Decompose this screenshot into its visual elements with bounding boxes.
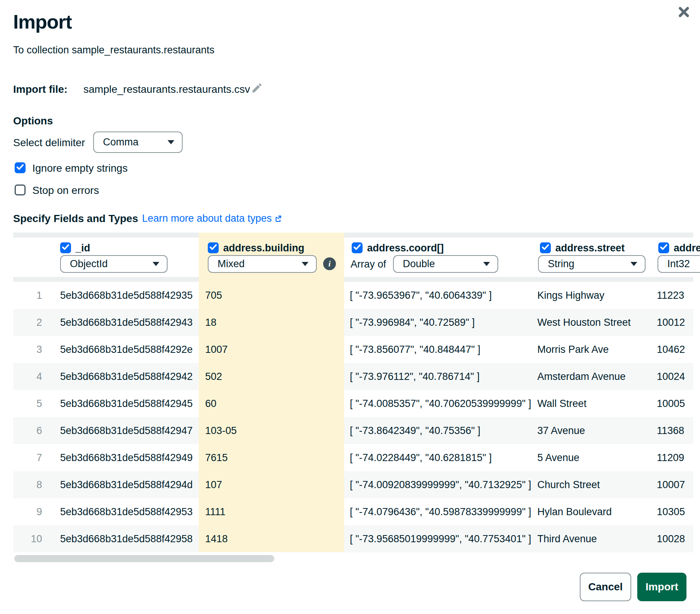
cell-coord: [ "-73.9653967", "40.6064339" ] xyxy=(350,282,492,309)
row-number: 5 xyxy=(12,390,42,417)
table-row: 65eb3d668b31de5d588f42947103-05[ "-73.86… xyxy=(0,417,700,444)
cell-street: Kings Highway xyxy=(537,282,605,309)
collection-subtitle: To collection sample_restaurants.restaur… xyxy=(13,44,215,56)
import-button[interactable]: Import xyxy=(637,573,686,601)
column-checkbox-building[interactable] xyxy=(208,242,219,253)
type-select-id[interactable]: ObjectId xyxy=(60,255,168,273)
row-number: 3 xyxy=(12,336,42,363)
cancel-button-label: Cancel xyxy=(588,581,623,593)
type-select-zipcode[interactable]: Int32 xyxy=(658,255,700,273)
row-number: 7 xyxy=(12,444,42,471)
column-checkbox-street[interactable] xyxy=(540,242,551,253)
type-select-coord[interactable]: Double xyxy=(393,255,498,273)
cell-building: 502 xyxy=(205,363,222,390)
cell-coord: [ "-73.996984", "40.72589" ] xyxy=(350,309,475,336)
info-icon[interactable]: i xyxy=(323,257,336,270)
type-value-street: String xyxy=(548,258,575,270)
learn-more-link-label: Learn more about data types xyxy=(142,213,272,224)
table-top-divider xyxy=(13,233,693,237)
column-label-coord: address.coord[] xyxy=(367,242,444,254)
cell-building: 1418 xyxy=(205,525,228,552)
table-row: 105eb3d668b31de5d588f429581418[ "-73.956… xyxy=(0,525,700,552)
cell-id: 5eb3d668b31de5d588f42953 xyxy=(60,498,193,525)
cell-zipcode: 10462 xyxy=(657,336,685,363)
chevron-down-icon xyxy=(630,262,637,266)
cell-zipcode: 10007 xyxy=(657,471,685,498)
type-select-street[interactable]: String xyxy=(538,255,646,273)
table-row: 35eb3d668b31de5d588f4292e1007[ "-73.8560… xyxy=(0,336,700,363)
type-value-id: ObjectId xyxy=(70,258,108,270)
cell-id: 5eb3d668b31de5d588f42942 xyxy=(60,363,193,390)
cell-coord: [ "-73.95685019999999", "40.7753401" ] xyxy=(350,525,531,552)
cell-coord: [ "-74.0228449", "40.6281815" ] xyxy=(350,444,492,471)
column-checkbox-id[interactable] xyxy=(60,242,71,253)
cell-id: 5eb3d668b31de5d588f42949 xyxy=(60,444,193,471)
row-number: 6 xyxy=(12,417,42,444)
row-number: 8 xyxy=(12,471,42,498)
cell-coord: [ "-73.856077", "40.848447" ] xyxy=(350,336,481,363)
cell-street: West Houston Street xyxy=(537,309,631,336)
table-row: 45eb3d668b31de5d588f42942502[ "-73.97611… xyxy=(0,363,700,390)
cell-zipcode: 10012 xyxy=(657,309,685,336)
cell-building: 103-05 xyxy=(205,417,237,444)
horizontal-scrollbar-thumb[interactable] xyxy=(14,555,274,562)
table-row: 95eb3d668b31de5d588f429531111[ "-74.0796… xyxy=(0,498,700,525)
cell-zipcode: 10005 xyxy=(657,390,685,417)
column-label-id: _id xyxy=(76,242,90,254)
row-number: 4 xyxy=(12,363,42,390)
cell-id: 5eb3d668b31de5d588f42943 xyxy=(60,309,193,336)
stop-on-errors-checkbox[interactable] xyxy=(15,185,26,195)
cell-street: Morris Park Ave xyxy=(537,336,609,363)
cancel-button[interactable]: Cancel xyxy=(580,573,631,601)
cell-zipcode: 10305 xyxy=(657,498,685,525)
chevron-down-icon xyxy=(168,140,174,144)
table-row: 75eb3d668b31de5d588f429497615[ "-74.0228… xyxy=(0,444,700,471)
cell-id: 5eb3d668b31de5d588f42958 xyxy=(60,525,193,552)
external-link-icon xyxy=(274,215,282,223)
row-number: 2 xyxy=(12,309,42,336)
cell-building: 7615 xyxy=(205,444,228,471)
array-of-label: Array of xyxy=(351,259,386,270)
type-select-building[interactable]: Mixed xyxy=(208,255,317,273)
ignore-empty-strings-checkbox[interactable] xyxy=(15,162,26,173)
cell-building: 705 xyxy=(205,282,222,309)
edit-pencil-icon[interactable] xyxy=(251,82,263,94)
import-button-label: Import xyxy=(646,581,678,593)
table-row: 55eb3d668b31de5d588f4294560[ "-74.008535… xyxy=(0,390,700,417)
fields-heading: Specify Fields and Types xyxy=(13,213,138,225)
cell-zipcode: 11223 xyxy=(657,282,684,309)
options-heading: Options xyxy=(13,115,53,127)
cell-street: 37 Avenue xyxy=(537,417,585,444)
cell-street: 5 Avenue xyxy=(537,444,579,471)
chevron-down-icon xyxy=(153,262,159,266)
column-checkbox-coord[interactable] xyxy=(352,242,363,253)
column-label-building: address.building xyxy=(223,242,304,254)
learn-more-link[interactable]: Learn more about data types xyxy=(142,213,282,224)
ignore-empty-strings-label: Ignore empty strings xyxy=(32,162,128,174)
cell-zipcode: 11209 xyxy=(657,444,684,471)
type-value-zipcode: Int32 xyxy=(667,258,690,270)
close-icon[interactable] xyxy=(676,5,691,20)
cell-building: 1007 xyxy=(205,336,228,363)
type-value-coord: Double xyxy=(403,258,435,270)
delimiter-select[interactable]: Comma xyxy=(93,132,183,153)
column-label-street: address.street xyxy=(555,242,625,254)
cell-zipcode: 10024 xyxy=(657,363,685,390)
cell-id: 5eb3d668b31de5d588f42945 xyxy=(60,390,193,417)
stop-on-errors-label: Stop on errors xyxy=(32,185,99,197)
delimiter-value: Comma xyxy=(103,136,139,148)
cell-building: 107 xyxy=(205,471,222,498)
import-file-label: Import file: xyxy=(13,83,68,95)
column-checkbox-zipcode[interactable] xyxy=(658,242,669,253)
import-file-value: sample_restaurants.restaurants.csv xyxy=(83,83,250,95)
cell-coord: [ "-73.976112", "40.786714" ] xyxy=(350,363,480,390)
cell-id: 5eb3d668b31de5d588f4294d xyxy=(60,471,193,498)
cell-coord: [ "-74.00920839999999", "40.7132925" ] xyxy=(350,471,531,498)
type-value-building: Mixed xyxy=(218,258,245,270)
page-title: Import xyxy=(13,11,72,33)
cell-street: Wall Street xyxy=(537,390,587,417)
cell-street: Church Street xyxy=(537,471,600,498)
cell-zipcode: 10028 xyxy=(657,525,685,552)
cell-building: 1111 xyxy=(205,498,225,525)
row-number: 10 xyxy=(12,525,42,552)
